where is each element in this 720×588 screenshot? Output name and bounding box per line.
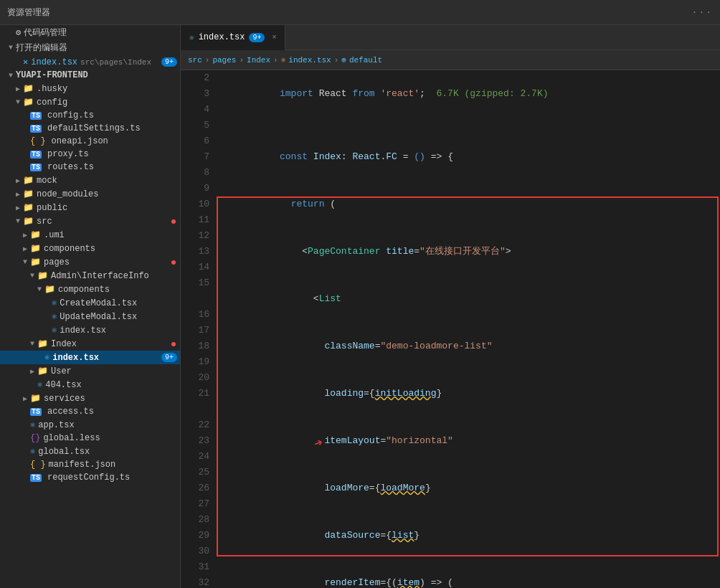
code-line-5: return ( — [224, 181, 720, 228]
code-manager[interactable]: ⚙ 代码码管理 — [0, 25, 180, 40]
code-line-8: className="demo-loadmore-list" — [224, 323, 720, 370]
tab-bar: ⚛ index.tsx 9+ × — [181, 25, 720, 50]
folder-user[interactable]: 📁 User — [0, 364, 180, 378]
file-create-modal[interactable]: ⚛ CreateModal.tsx — [0, 296, 180, 310]
code-line-2: import React from 'react'; 6.7K (gzipped… — [224, 70, 720, 118]
file-admin-index[interactable]: ⚛ index.tsx — [0, 323, 180, 337]
file-app[interactable]: ⚛ app.tsx — [0, 418, 180, 432]
folder-config[interactable]: 📁 config — [0, 95, 180, 109]
code-line-7: <List — [224, 275, 720, 323]
folder-src[interactable]: 📁 src — [0, 214, 180, 228]
file-manifest[interactable]: { } manifest.json — [0, 458, 180, 471]
tab-close-button[interactable]: × — [272, 34, 276, 42]
code-line-13: renderItem={(item) => ( — [224, 559, 720, 588]
folder-mock[interactable]: 📁 mock — [0, 174, 180, 187]
open-editors-header[interactable]: 打开的编辑器 — [0, 40, 180, 55]
folder-components[interactable]: 📁 components — [0, 242, 180, 255]
folder-node-modules[interactable]: 📁 node_modules — [0, 187, 180, 201]
code-content: 2 3 4 5 6 7 8 9 10 11 12 13 14 15 16 17 … — [181, 70, 720, 588]
folder-services[interactable]: 📁 services — [0, 392, 180, 405]
code-line-11: loadMore={loadMore} — [224, 465, 720, 512]
top-bar-menu[interactable]: ··· — [692, 7, 713, 18]
file-routes[interactable]: TS routes.ts — [0, 161, 180, 174]
file-defaultsettings[interactable]: TS defaultSettings.ts — [0, 122, 180, 135]
explorer-title: 资源管理器 — [7, 6, 50, 19]
file-update-modal[interactable]: ⚛ UpdateModal.tsx — [0, 310, 180, 323]
file-access[interactable]: TS access.ts — [0, 405, 180, 418]
breadcrumb: src › pages › Index › ⚛ index.tsx › ⊕ de… — [181, 50, 720, 70]
folder-husky[interactable]: 📁 .husky — [0, 82, 180, 95]
folder-umi[interactable]: 📁 .umi — [0, 228, 180, 242]
line-numbers: 2 3 4 5 6 7 8 9 10 11 12 13 14 15 16 17 … — [181, 70, 217, 588]
file-proxy[interactable]: TS proxy.ts — [0, 148, 180, 161]
folder-index[interactable]: 📁 Index — [0, 337, 180, 351]
code-line-10: itemLayout="horizontal" — [224, 417, 720, 465]
code-lines: import React from 'react'; 6.7K (gzipped… — [217, 70, 720, 588]
file-request-config[interactable]: TS requestConfig.ts — [0, 471, 180, 484]
file-oneapi[interactable]: { } oneapi.json — [0, 135, 180, 148]
code-line-9: loading={initLoading} — [224, 370, 720, 417]
folder-admin-components[interactable]: 📁 components — [0, 283, 180, 296]
code-line-12: dataSource={list} — [224, 512, 720, 559]
code-area: ⚛ index.tsx 9+ × src › pages › Index › ⚛… — [181, 25, 720, 588]
root-folder[interactable]: YUAPI-FRONTEND — [0, 69, 180, 82]
file-config-ts[interactable]: TS config.ts — [0, 109, 180, 122]
code-line-4: const Index: React.FC = () => { — [224, 133, 720, 181]
file-global-less[interactable]: {} global.less — [0, 432, 180, 445]
tab-index-tsx[interactable]: ⚛ index.tsx 9+ × — [181, 25, 285, 50]
code-line-3 — [224, 118, 720, 133]
file-index-active[interactable]: ⚛ index.tsx 9+ — [0, 351, 180, 364]
top-bar: 资源管理器 ··· — [0, 0, 720, 25]
open-editors-file[interactable]: ✕ index.tsx src\pages\Index 9+ — [0, 55, 180, 69]
folder-pages[interactable]: 📁 pages — [0, 255, 180, 269]
tsx-file-icon: ⚛ — [189, 33, 194, 42]
folder-admin-interface[interactable]: 📁 Admin\InterfaceInfo — [0, 269, 180, 283]
code-line-6: <PageContainer title="在线接口开发平台"> — [224, 228, 720, 275]
file-404[interactable]: ⚛ 404.tsx — [0, 378, 180, 392]
folder-public[interactable]: 📁 public — [0, 201, 180, 214]
main-layout: ⚙ 代码码管理 打开的编辑器 ✕ index.tsx src\pages\Ind… — [0, 25, 720, 588]
file-global-tsx[interactable]: ⚛ global.tsx — [0, 445, 180, 458]
sidebar: ⚙ 代码码管理 打开的编辑器 ✕ index.tsx src\pages\Ind… — [0, 25, 181, 588]
